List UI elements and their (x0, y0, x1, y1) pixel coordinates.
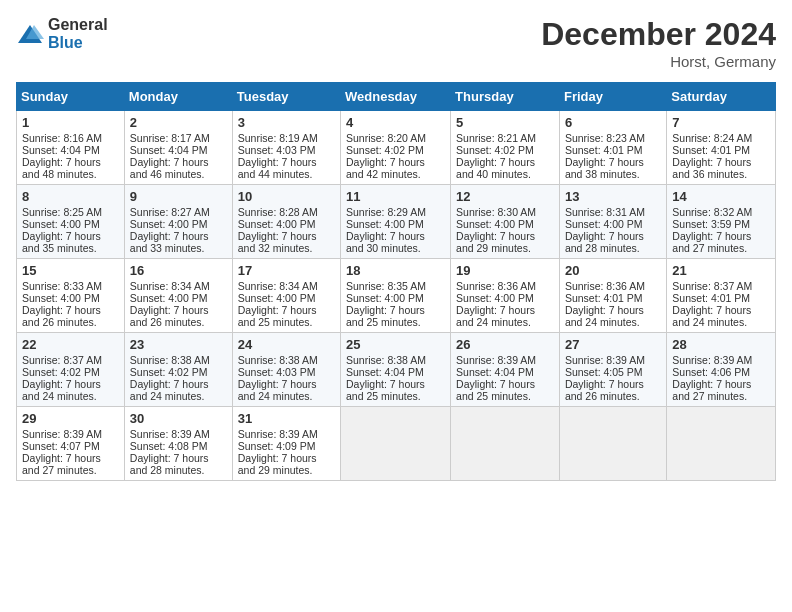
calendar-table: SundayMondayTuesdayWednesdayThursdayFrid… (16, 82, 776, 481)
sunset-label: Sunset: 4:01 PM (565, 292, 643, 304)
sunset-label: Sunset: 4:00 PM (456, 292, 534, 304)
day-number: 11 (346, 189, 445, 204)
calendar-header-friday: Friday (559, 83, 666, 111)
sunset-label: Sunset: 4:05 PM (565, 366, 643, 378)
daylight-label: Daylight: 7 hours and 28 minutes. (565, 230, 644, 254)
daylight-label: Daylight: 7 hours and 40 minutes. (456, 156, 535, 180)
sunrise-label: Sunrise: 8:32 AM (672, 206, 752, 218)
daylight-label: Daylight: 7 hours and 28 minutes. (130, 452, 209, 476)
day-number: 16 (130, 263, 227, 278)
sunrise-label: Sunrise: 8:16 AM (22, 132, 102, 144)
daylight-label: Daylight: 7 hours and 33 minutes. (130, 230, 209, 254)
day-number: 1 (22, 115, 119, 130)
sunrise-label: Sunrise: 8:39 AM (238, 428, 318, 440)
day-number: 10 (238, 189, 335, 204)
day-number: 5 (456, 115, 554, 130)
daylight-label: Daylight: 7 hours and 24 minutes. (130, 378, 209, 402)
daylight-label: Daylight: 7 hours and 32 minutes. (238, 230, 317, 254)
sunset-label: Sunset: 4:08 PM (130, 440, 208, 452)
month-title: December 2024 (541, 16, 776, 53)
sunset-label: Sunset: 4:01 PM (565, 144, 643, 156)
calendar-cell: 24Sunrise: 8:38 AMSunset: 4:03 PMDayligh… (232, 333, 340, 407)
daylight-label: Daylight: 7 hours and 44 minutes. (238, 156, 317, 180)
calendar-cell: 1Sunrise: 8:16 AMSunset: 4:04 PMDaylight… (17, 111, 125, 185)
daylight-label: Daylight: 7 hours and 38 minutes. (565, 156, 644, 180)
daylight-label: Daylight: 7 hours and 27 minutes. (672, 230, 751, 254)
sunrise-label: Sunrise: 8:36 AM (456, 280, 536, 292)
calendar-cell: 29Sunrise: 8:39 AMSunset: 4:07 PMDayligh… (17, 407, 125, 481)
daylight-label: Daylight: 7 hours and 36 minutes. (672, 156, 751, 180)
day-number: 25 (346, 337, 445, 352)
calendar-cell: 22Sunrise: 8:37 AMSunset: 4:02 PMDayligh… (17, 333, 125, 407)
calendar-cell: 15Sunrise: 8:33 AMSunset: 4:00 PMDayligh… (17, 259, 125, 333)
calendar-cell (559, 407, 666, 481)
sunrise-label: Sunrise: 8:19 AM (238, 132, 318, 144)
day-number: 31 (238, 411, 335, 426)
calendar-cell: 27Sunrise: 8:39 AMSunset: 4:05 PMDayligh… (559, 333, 666, 407)
sunrise-label: Sunrise: 8:34 AM (238, 280, 318, 292)
day-number: 29 (22, 411, 119, 426)
calendar-cell: 28Sunrise: 8:39 AMSunset: 4:06 PMDayligh… (667, 333, 776, 407)
calendar-cell: 9Sunrise: 8:27 AMSunset: 4:00 PMDaylight… (124, 185, 232, 259)
sunrise-label: Sunrise: 8:39 AM (22, 428, 102, 440)
sunrise-label: Sunrise: 8:20 AM (346, 132, 426, 144)
calendar-cell: 10Sunrise: 8:28 AMSunset: 4:00 PMDayligh… (232, 185, 340, 259)
sunset-label: Sunset: 4:00 PM (22, 292, 100, 304)
day-number: 15 (22, 263, 119, 278)
logo-icon (16, 23, 44, 45)
calendar-header-row: SundayMondayTuesdayWednesdayThursdayFrid… (17, 83, 776, 111)
calendar-cell: 5Sunrise: 8:21 AMSunset: 4:02 PMDaylight… (451, 111, 560, 185)
daylight-label: Daylight: 7 hours and 29 minutes. (238, 452, 317, 476)
sunrise-label: Sunrise: 8:25 AM (22, 206, 102, 218)
calendar-cell: 13Sunrise: 8:31 AMSunset: 4:00 PMDayligh… (559, 185, 666, 259)
sunrise-label: Sunrise: 8:21 AM (456, 132, 536, 144)
calendar-cell (341, 407, 451, 481)
calendar-cell: 31Sunrise: 8:39 AMSunset: 4:09 PMDayligh… (232, 407, 340, 481)
day-number: 12 (456, 189, 554, 204)
sunrise-label: Sunrise: 8:23 AM (565, 132, 645, 144)
calendar-header-saturday: Saturday (667, 83, 776, 111)
sunset-label: Sunset: 4:00 PM (22, 218, 100, 230)
sunset-label: Sunset: 4:00 PM (346, 292, 424, 304)
calendar-cell: 8Sunrise: 8:25 AMSunset: 4:00 PMDaylight… (17, 185, 125, 259)
day-number: 14 (672, 189, 770, 204)
day-number: 23 (130, 337, 227, 352)
daylight-label: Daylight: 7 hours and 24 minutes. (456, 304, 535, 328)
day-number: 21 (672, 263, 770, 278)
sunset-label: Sunset: 4:00 PM (238, 218, 316, 230)
calendar-cell: 23Sunrise: 8:38 AMSunset: 4:02 PMDayligh… (124, 333, 232, 407)
sunset-label: Sunset: 4:00 PM (565, 218, 643, 230)
calendar-cell: 6Sunrise: 8:23 AMSunset: 4:01 PMDaylight… (559, 111, 666, 185)
day-number: 30 (130, 411, 227, 426)
day-number: 4 (346, 115, 445, 130)
location-title: Horst, Germany (541, 53, 776, 70)
daylight-label: Daylight: 7 hours and 25 minutes. (346, 304, 425, 328)
sunrise-label: Sunrise: 8:27 AM (130, 206, 210, 218)
daylight-label: Daylight: 7 hours and 27 minutes. (22, 452, 101, 476)
daylight-label: Daylight: 7 hours and 26 minutes. (22, 304, 101, 328)
sunrise-label: Sunrise: 8:38 AM (238, 354, 318, 366)
calendar-header-wednesday: Wednesday (341, 83, 451, 111)
logo: General Blue (16, 16, 108, 52)
sunset-label: Sunset: 4:00 PM (346, 218, 424, 230)
daylight-label: Daylight: 7 hours and 29 minutes. (456, 230, 535, 254)
calendar-cell: 2Sunrise: 8:17 AMSunset: 4:04 PMDaylight… (124, 111, 232, 185)
day-number: 7 (672, 115, 770, 130)
day-number: 24 (238, 337, 335, 352)
daylight-label: Daylight: 7 hours and 25 minutes. (238, 304, 317, 328)
calendar-week-4: 22Sunrise: 8:37 AMSunset: 4:02 PMDayligh… (17, 333, 776, 407)
sunset-label: Sunset: 4:03 PM (238, 366, 316, 378)
sunrise-label: Sunrise: 8:17 AM (130, 132, 210, 144)
logo-text-blue: Blue (48, 34, 83, 51)
calendar-cell (451, 407, 560, 481)
sunrise-label: Sunrise: 8:29 AM (346, 206, 426, 218)
calendar-week-5: 29Sunrise: 8:39 AMSunset: 4:07 PMDayligh… (17, 407, 776, 481)
day-number: 3 (238, 115, 335, 130)
calendar-cell: 17Sunrise: 8:34 AMSunset: 4:00 PMDayligh… (232, 259, 340, 333)
calendar-cell: 19Sunrise: 8:36 AMSunset: 4:00 PMDayligh… (451, 259, 560, 333)
sunset-label: Sunset: 4:00 PM (130, 218, 208, 230)
sunset-label: Sunset: 4:06 PM (672, 366, 750, 378)
daylight-label: Daylight: 7 hours and 42 minutes. (346, 156, 425, 180)
calendar-cell: 30Sunrise: 8:39 AMSunset: 4:08 PMDayligh… (124, 407, 232, 481)
calendar-cell: 20Sunrise: 8:36 AMSunset: 4:01 PMDayligh… (559, 259, 666, 333)
